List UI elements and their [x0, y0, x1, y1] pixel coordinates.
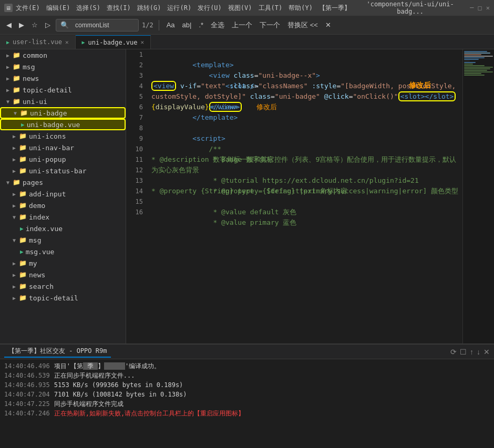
bottom-tab-console[interactable]: 【第一季】社区交友 - OPPO R9m — [4, 346, 111, 358]
folder-icon: 📁 — [19, 167, 27, 174]
prev-button[interactable]: 上一个 — [230, 19, 254, 31]
replace-button[interactable]: 替换区 << — [285, 19, 320, 31]
sidebar-item-topic-detail-pages[interactable]: ▶ 📁 topic-detail — [0, 292, 126, 304]
menu-tools[interactable]: 工具(T) — [259, 4, 283, 13]
minimize-button[interactable]: ─ — [470, 4, 474, 12]
annotation-label: 修改后 — [409, 81, 431, 90]
menu-run[interactable]: 运行(R) — [167, 4, 191, 13]
sidebar-item-search[interactable]: ▶ 📁 search — [0, 280, 126, 292]
next-button[interactable]: 下一个 — [258, 19, 282, 31]
menu-find[interactable]: 查找(I) — [107, 4, 131, 13]
sidebar-item-common[interactable]: ▶ 📁 common — [0, 49, 126, 61]
tab-vue-icon: ▶ — [6, 39, 9, 45]
sidebar-item-index[interactable]: ▼ 📁 index — [0, 211, 126, 223]
log-line-1: 14:40:46.496 项目'【第季】'编译成功。 — [4, 361, 490, 371]
sidebar-item-uni-badge-vue[interactable]: ▶ uni-badge.vue — [0, 119, 126, 130]
arrow-icon: ▼ — [14, 110, 17, 116]
arrow-icon: ▶ — [6, 87, 9, 93]
bottom-tab-bar: 【第一季】社区交友 - OPPO R9m ⟳ ☐ ↑ ↓ ✕ — [0, 345, 494, 359]
mini-line — [464, 73, 481, 74]
menu-edit[interactable]: 编辑(E) — [46, 4, 70, 13]
sidebar-item-uni-status-bar[interactable]: ▶ 📁 uni-status-bar — [0, 165, 126, 176]
menu-help[interactable]: 帮助(Y) — [289, 4, 313, 13]
scroll-down-button[interactable]: ↓ — [477, 348, 480, 356]
play-button[interactable]: ▷ — [43, 20, 53, 30]
refresh-button[interactable]: ⟳ — [450, 348, 457, 356]
toolbar: ◀ ▶ ☆ ▷ 🔍 1/2 Aa ab| .* 全选 上一个 下一个 替换区 <… — [0, 16, 494, 35]
sidebar-label: uni-status-bar — [29, 167, 87, 175]
mini-line — [464, 68, 490, 69]
mini-line — [464, 56, 493, 57]
forward-button[interactable]: ▶ — [17, 20, 26, 30]
code-line-14: * @property {String} type = [default|pri… — [147, 186, 462, 196]
clear-button[interactable]: ✕ — [483, 348, 490, 356]
sidebar-item-uni-ui[interactable]: ▼ 📁 uni-ui — [0, 96, 126, 107]
scroll-up-button[interactable]: ↑ — [470, 348, 474, 356]
line-num-6: 6 — [126, 102, 143, 112]
sidebar-item-demo[interactable]: ▶ 📁 demo — [0, 200, 126, 211]
back-button[interactable]: ◀ — [4, 20, 14, 30]
bookmark-button[interactable]: ☆ — [29, 20, 40, 30]
sidebar-label: demo — [29, 202, 45, 210]
log-text: 同步手机端程序文件完成 — [54, 399, 124, 409]
menu-goto[interactable]: 跳转(G) — [137, 4, 161, 13]
regex-button[interactable]: .* — [197, 20, 205, 30]
menu-file[interactable]: 文件(E) — [16, 4, 40, 13]
arrow-icon: ▶ — [6, 53, 9, 58]
file-vue-icon: ▶ — [20, 248, 24, 255]
sidebar-item-news[interactable]: ▶ 📁 news — [0, 72, 126, 84]
menu-season[interactable]: 【第一季】 — [319, 4, 351, 13]
sidebar-item-add-input[interactable]: ▶ 📁 add-input — [0, 188, 126, 200]
window-controls[interactable]: ─ □ ✕ — [470, 4, 490, 12]
folder-icon: 📁 — [19, 236, 27, 244]
mini-line — [464, 67, 493, 68]
close-search-button[interactable]: ✕ — [323, 20, 333, 30]
sidebar-item-msg-vue[interactable]: ▶ msg.vue — [0, 246, 126, 257]
editor[interactable]: 1 2 3 4 5 6 7 8 9 10 11 12 13 14 15 16 — [126, 49, 494, 343]
match-case-button[interactable]: Aa — [164, 20, 177, 30]
sidebar-item-uni-popup[interactable]: ▶ 📁 uni-popup — [0, 153, 126, 165]
line-num-14: 14 — [126, 186, 143, 196]
menu-bar[interactable]: 文件(E) 编辑(E) 选择(S) 查找(I) 跳转(G) 运行(R) 发行(U… — [16, 4, 351, 13]
log-text: 正在同步手机端程序文件... — [54, 371, 135, 380]
tab-close-user-list[interactable]: ✕ — [65, 39, 69, 46]
sidebar-item-msg[interactable]: ▶ 📁 msg — [0, 61, 126, 72]
sidebar-item-news-pages[interactable]: ▶ 📁 news — [0, 269, 126, 280]
menu-publish[interactable]: 发行(U) — [198, 4, 222, 13]
sidebar-label: msg — [23, 63, 35, 71]
sidebar-label: index.vue — [26, 225, 63, 233]
log-text-highlight: 正在热刷新,如刷新失败,请点击控制台工具栏上的【重启应用图标】 — [54, 409, 244, 418]
sidebar-item-my[interactable]: ▶ 📁 my — [0, 257, 126, 269]
arrow-icon: ▶ — [13, 203, 16, 209]
search-input[interactable] — [71, 20, 134, 30]
sidebar-item-msg-pages[interactable]: ▼ 📁 msg — [0, 234, 126, 246]
restart-link[interactable]: 【重启应用图标】 — [194, 410, 244, 417]
maximize-button[interactable]: □ — [478, 4, 482, 12]
close-button[interactable]: ✕ — [486, 4, 490, 12]
tab-bar: ▶ user-list.vue ✕ ▶ uni-badge.vue ✕ — [0, 35, 494, 49]
sidebar-item-topic-detail[interactable]: ▶ 📁 topic-detail — [0, 84, 126, 96]
sidebar-item-uni-icons[interactable]: ▶ 📁 uni-icons — [0, 130, 126, 142]
select-all-button[interactable]: 全选 — [209, 19, 227, 31]
mini-line — [464, 59, 479, 60]
menu-view[interactable]: 视图(V) — [228, 4, 252, 13]
sidebar-label: uni-ui — [23, 98, 47, 106]
expand-button[interactable]: ☐ — [460, 348, 467, 356]
sidebar-item-uni-badge[interactable]: ▼ 📁 uni-badge — [0, 107, 126, 119]
sidebar-item-uni-nav-bar[interactable]: ▶ 📁 uni-nav-bar — [0, 142, 126, 153]
sidebar-item-index-vue[interactable]: ▶ index.vue — [0, 223, 126, 234]
tab-uni-badge[interactable]: ▶ uni-badge.vue ✕ — [76, 35, 151, 49]
line-num-3: 3 — [126, 70, 143, 81]
sidebar-item-pages[interactable]: ▼ 📁 pages — [0, 176, 126, 188]
line-num-13: 13 — [126, 175, 143, 186]
line-num-7: 7 — [126, 112, 143, 123]
tab-close-uni-badge[interactable]: ✕ — [141, 39, 145, 46]
line-num-4: 4 — [126, 81, 143, 91]
menu-select[interactable]: 选择(S) — [76, 4, 100, 13]
mini-line — [464, 75, 485, 76]
log-time: 14:40:47.204 — [4, 390, 50, 399]
tab-user-list[interactable]: ▶ user-list.vue ✕ — [0, 35, 76, 49]
match-word-button[interactable]: ab| — [180, 20, 194, 30]
arrow-icon: ▼ — [13, 237, 16, 243]
arrow-icon: ▶ — [13, 261, 16, 266]
